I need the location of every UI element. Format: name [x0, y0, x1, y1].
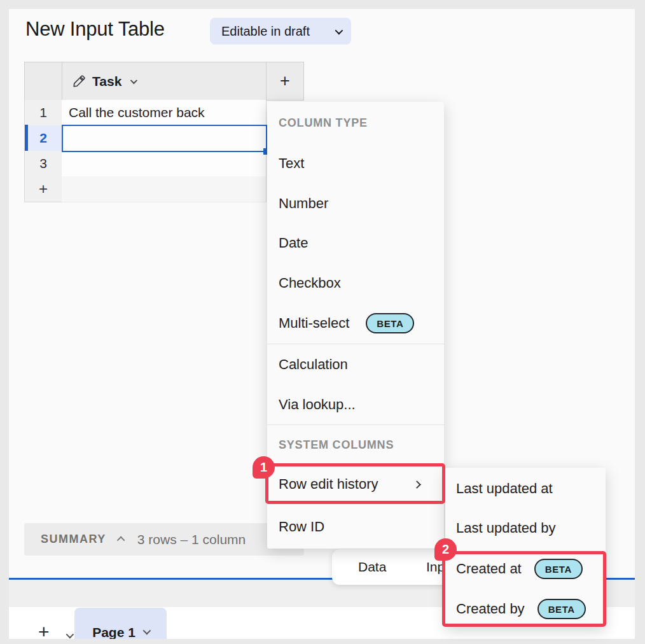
page-list-chevron-icon[interactable]	[66, 631, 74, 639]
page-title[interactable]: New Input Table	[25, 18, 165, 41]
page-tab[interactable]: Page 1	[74, 608, 167, 639]
task-column-label: Task	[92, 74, 121, 89]
menu-divider	[267, 424, 444, 425]
annotation-rect-step1	[265, 463, 445, 504]
selected-row-indicator	[25, 125, 28, 151]
summary-bar[interactable]: SUMMARY 3 rows – 1 column	[24, 523, 304, 556]
row-number-2-selected[interactable]: 2	[24, 125, 62, 151]
menu-item-multi-select-label: Multi-select	[279, 315, 349, 332]
row-number-1[interactable]: 1	[24, 100, 62, 126]
menu-section-column-type: COLUMN TYPE	[279, 110, 435, 136]
row-number-2-label: 2	[39, 130, 47, 146]
cell-row1-task[interactable]: Call the customer back	[62, 100, 267, 126]
menu-item-calculation[interactable]: Calculation	[279, 352, 435, 377]
submenu-item-last-updated-at[interactable]: Last updated at	[456, 476, 599, 501]
chevron-down-icon	[142, 627, 151, 635]
menu-divider	[267, 344, 444, 344]
task-column-header[interactable]: Task	[62, 62, 267, 101]
pencil-icon	[73, 74, 86, 88]
menu-item-checkbox[interactable]: Checkbox	[279, 270, 435, 296]
menu-item-via-lookup[interactable]: Via lookup...	[279, 392, 435, 417]
cell-addrow-task[interactable]	[62, 176, 267, 202]
menu-section-system-columns: SYSTEM COLUMNS	[279, 432, 435, 458]
submenu-item-last-updated-by[interactable]: Last updated by	[456, 515, 599, 541]
beta-badge: BETA	[366, 313, 414, 333]
menu-item-multi-select[interactable]: Multi-select BETA	[279, 311, 435, 336]
tab-data[interactable]: Data	[358, 549, 386, 585]
summary-label: SUMMARY	[41, 533, 106, 546]
add-column-button[interactable]: +	[266, 62, 304, 101]
row-number-3[interactable]: 3	[24, 151, 62, 177]
chevron-down-icon	[130, 76, 137, 83]
add-row-button[interactable]: +	[24, 176, 62, 202]
menu-item-date[interactable]: Date	[279, 230, 435, 256]
permission-dropdown[interactable]: Editable in draft	[210, 18, 351, 45]
cell-row3-task[interactable]	[62, 151, 267, 177]
menu-item-row-id[interactable]: Row ID	[279, 514, 435, 540]
cell-row2-task-selected[interactable]	[62, 125, 267, 152]
menu-item-text[interactable]: Text	[279, 151, 435, 176]
chevron-down-icon	[335, 26, 343, 34]
permission-dropdown-label: Editable in draft	[221, 24, 335, 39]
menu-item-number[interactable]: Number	[279, 191, 435, 216]
chevron-up-icon	[117, 536, 125, 545]
annotation-rect-step2	[442, 551, 606, 627]
annotation-badge-2: 2	[434, 538, 457, 561]
page-tab-label: Page 1	[92, 625, 135, 639]
table-corner-header[interactable]	[24, 62, 62, 101]
annotation-badge-1: 1	[253, 456, 275, 479]
summary-stats: 3 rows – 1 column	[137, 532, 246, 547]
add-page-button[interactable]: +	[38, 621, 50, 639]
